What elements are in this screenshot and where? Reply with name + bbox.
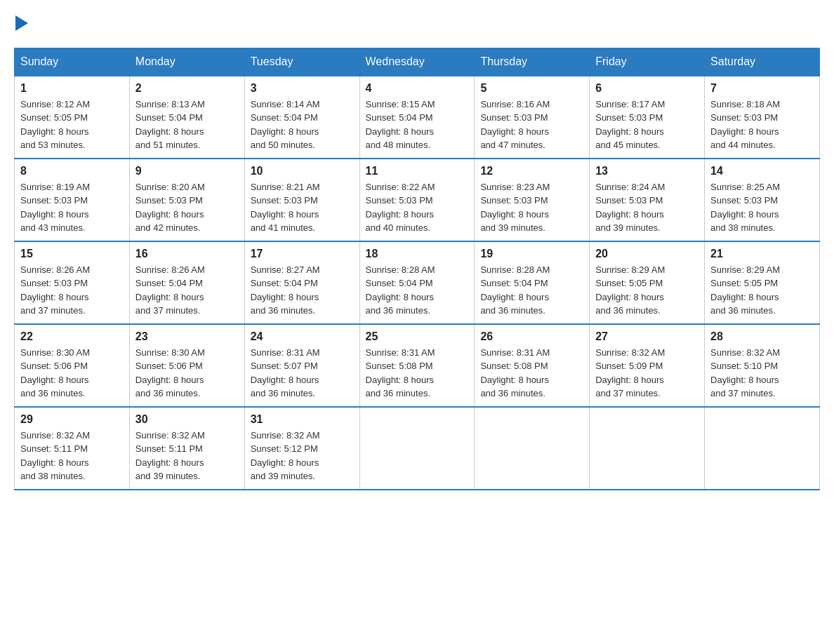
calendar-table: SundayMondayTuesdayWednesdayThursdayFrid… xyxy=(14,48,820,490)
calendar-cell: 13 Sunrise: 8:24 AM Sunset: 5:03 PM Dayl… xyxy=(590,159,705,241)
day-info: Sunrise: 8:28 AM Sunset: 5:04 PM Dayligh… xyxy=(480,263,583,318)
day-number: 26 xyxy=(480,330,583,343)
day-info: Sunrise: 8:23 AM Sunset: 5:03 PM Dayligh… xyxy=(480,180,583,235)
day-number: 27 xyxy=(595,330,699,343)
day-number: 24 xyxy=(251,330,354,343)
day-info: Sunrise: 8:26 AM Sunset: 5:04 PM Dayligh… xyxy=(135,263,239,318)
day-info: Sunrise: 8:32 AM Sunset: 5:10 PM Dayligh… xyxy=(710,346,814,401)
day-number: 22 xyxy=(20,330,124,343)
svg-marker-0 xyxy=(15,15,28,31)
day-info: Sunrise: 8:32 AM Sunset: 5:12 PM Dayligh… xyxy=(251,429,354,483)
calendar-cell: 30 Sunrise: 8:32 AM Sunset: 5:11 PM Dayl… xyxy=(129,407,244,490)
day-number: 1 xyxy=(20,82,124,95)
day-number: 17 xyxy=(251,248,354,260)
calendar-cell: 5 Sunrise: 8:16 AM Sunset: 5:03 PM Dayli… xyxy=(475,76,590,159)
calendar-week-1: 1 Sunrise: 8:12 AM Sunset: 5:05 PM Dayli… xyxy=(15,76,820,159)
day-number: 9 xyxy=(135,165,239,177)
day-info: Sunrise: 8:31 AM Sunset: 5:08 PM Dayligh… xyxy=(366,346,469,401)
day-info: Sunrise: 8:22 AM Sunset: 5:03 PM Dayligh… xyxy=(366,180,469,235)
calendar-cell: 17 Sunrise: 8:27 AM Sunset: 5:04 PM Dayl… xyxy=(244,241,359,324)
day-number: 4 xyxy=(366,82,469,95)
day-number: 21 xyxy=(710,248,814,260)
calendar-cell: 29 Sunrise: 8:32 AM Sunset: 5:11 PM Dayl… xyxy=(15,407,130,490)
calendar-cell: 28 Sunrise: 8:32 AM Sunset: 5:10 PM Dayl… xyxy=(705,324,820,407)
day-number: 16 xyxy=(135,248,239,260)
day-number: 23 xyxy=(135,330,239,343)
calendar-cell: 14 Sunrise: 8:25 AM Sunset: 5:03 PM Dayl… xyxy=(705,159,820,241)
calendar-cell: 12 Sunrise: 8:23 AM Sunset: 5:03 PM Dayl… xyxy=(475,159,590,241)
day-number: 2 xyxy=(135,82,239,95)
day-info: Sunrise: 8:16 AM Sunset: 5:03 PM Dayligh… xyxy=(480,98,583,152)
header-tuesday: Tuesday xyxy=(244,48,359,76)
calendar-week-2: 8 Sunrise: 8:19 AM Sunset: 5:03 PM Dayli… xyxy=(15,159,820,241)
calendar-cell: 3 Sunrise: 8:14 AM Sunset: 5:04 PM Dayli… xyxy=(244,76,359,159)
day-number: 10 xyxy=(251,165,354,177)
calendar-header-row: SundayMondayTuesdayWednesdayThursdayFrid… xyxy=(15,48,820,76)
calendar-cell: 26 Sunrise: 8:31 AM Sunset: 5:08 PM Dayl… xyxy=(475,324,590,407)
calendar-week-5: 29 Sunrise: 8:32 AM Sunset: 5:11 PM Dayl… xyxy=(15,407,820,490)
day-info: Sunrise: 8:24 AM Sunset: 5:03 PM Dayligh… xyxy=(595,180,699,235)
day-number: 3 xyxy=(251,82,354,95)
day-number: 28 xyxy=(710,330,814,343)
calendar-cell: 9 Sunrise: 8:20 AM Sunset: 5:03 PM Dayli… xyxy=(129,159,244,241)
logo-arrow-icon xyxy=(15,15,28,31)
calendar-cell: 25 Sunrise: 8:31 AM Sunset: 5:08 PM Dayl… xyxy=(359,324,475,407)
day-info: Sunrise: 8:27 AM Sunset: 5:04 PM Dayligh… xyxy=(251,263,354,318)
day-info: Sunrise: 8:14 AM Sunset: 5:04 PM Dayligh… xyxy=(251,98,354,152)
day-info: Sunrise: 8:13 AM Sunset: 5:04 PM Dayligh… xyxy=(135,98,239,152)
calendar-cell: 22 Sunrise: 8:30 AM Sunset: 5:06 PM Dayl… xyxy=(15,324,130,407)
day-info: Sunrise: 8:29 AM Sunset: 5:05 PM Dayligh… xyxy=(710,263,814,318)
day-number: 19 xyxy=(480,248,583,260)
day-number: 7 xyxy=(710,82,814,95)
day-info: Sunrise: 8:32 AM Sunset: 5:09 PM Dayligh… xyxy=(595,346,699,401)
day-number: 20 xyxy=(595,248,699,260)
calendar-cell: 10 Sunrise: 8:21 AM Sunset: 5:03 PM Dayl… xyxy=(244,159,359,241)
header-thursday: Thursday xyxy=(475,48,590,76)
day-number: 11 xyxy=(366,165,469,177)
header-wednesday: Wednesday xyxy=(359,48,475,76)
day-number: 29 xyxy=(20,413,124,426)
day-info: Sunrise: 8:20 AM Sunset: 5:03 PM Dayligh… xyxy=(135,180,239,235)
calendar-cell: 4 Sunrise: 8:15 AM Sunset: 5:04 PM Dayli… xyxy=(359,76,475,159)
day-info: Sunrise: 8:26 AM Sunset: 5:03 PM Dayligh… xyxy=(20,263,124,318)
page-header xyxy=(14,14,820,34)
day-info: Sunrise: 8:25 AM Sunset: 5:03 PM Dayligh… xyxy=(710,180,814,235)
day-info: Sunrise: 8:21 AM Sunset: 5:03 PM Dayligh… xyxy=(251,180,354,235)
day-number: 5 xyxy=(480,82,583,95)
day-info: Sunrise: 8:30 AM Sunset: 5:06 PM Dayligh… xyxy=(20,346,124,401)
calendar-cell: 7 Sunrise: 8:18 AM Sunset: 5:03 PM Dayli… xyxy=(705,76,820,159)
day-number: 12 xyxy=(480,165,583,177)
day-number: 25 xyxy=(366,330,469,343)
calendar-cell xyxy=(590,407,705,490)
calendar-week-4: 22 Sunrise: 8:30 AM Sunset: 5:06 PM Dayl… xyxy=(15,324,820,407)
day-info: Sunrise: 8:28 AM Sunset: 5:04 PM Dayligh… xyxy=(366,263,469,318)
calendar-cell: 19 Sunrise: 8:28 AM Sunset: 5:04 PM Dayl… xyxy=(475,241,590,324)
calendar-cell xyxy=(359,407,475,490)
calendar-cell: 1 Sunrise: 8:12 AM Sunset: 5:05 PM Dayli… xyxy=(15,76,130,159)
logo xyxy=(14,14,28,34)
day-info: Sunrise: 8:29 AM Sunset: 5:05 PM Dayligh… xyxy=(595,263,699,318)
calendar-cell: 15 Sunrise: 8:26 AM Sunset: 5:03 PM Dayl… xyxy=(15,241,130,324)
calendar-cell: 6 Sunrise: 8:17 AM Sunset: 5:03 PM Dayli… xyxy=(590,76,705,159)
calendar-cell: 24 Sunrise: 8:31 AM Sunset: 5:07 PM Dayl… xyxy=(244,324,359,407)
day-number: 14 xyxy=(710,165,814,177)
calendar-cell: 2 Sunrise: 8:13 AM Sunset: 5:04 PM Dayli… xyxy=(129,76,244,159)
day-info: Sunrise: 8:32 AM Sunset: 5:11 PM Dayligh… xyxy=(135,429,239,483)
day-info: Sunrise: 8:31 AM Sunset: 5:08 PM Dayligh… xyxy=(480,346,583,401)
day-info: Sunrise: 8:15 AM Sunset: 5:04 PM Dayligh… xyxy=(366,98,469,152)
calendar-cell: 8 Sunrise: 8:19 AM Sunset: 5:03 PM Dayli… xyxy=(15,159,130,241)
header-sunday: Sunday xyxy=(15,48,130,76)
calendar-cell: 31 Sunrise: 8:32 AM Sunset: 5:12 PM Dayl… xyxy=(244,407,359,490)
day-number: 30 xyxy=(135,413,239,426)
day-info: Sunrise: 8:18 AM Sunset: 5:03 PM Dayligh… xyxy=(710,98,814,152)
day-info: Sunrise: 8:19 AM Sunset: 5:03 PM Dayligh… xyxy=(20,180,124,235)
day-number: 31 xyxy=(251,413,354,426)
calendar-cell: 11 Sunrise: 8:22 AM Sunset: 5:03 PM Dayl… xyxy=(359,159,475,241)
day-info: Sunrise: 8:17 AM Sunset: 5:03 PM Dayligh… xyxy=(595,98,699,152)
day-info: Sunrise: 8:31 AM Sunset: 5:07 PM Dayligh… xyxy=(251,346,354,401)
calendar-week-3: 15 Sunrise: 8:26 AM Sunset: 5:03 PM Dayl… xyxy=(15,241,820,324)
calendar-cell xyxy=(475,407,590,490)
day-number: 18 xyxy=(366,248,469,260)
calendar-cell: 16 Sunrise: 8:26 AM Sunset: 5:04 PM Dayl… xyxy=(129,241,244,324)
calendar-cell: 20 Sunrise: 8:29 AM Sunset: 5:05 PM Dayl… xyxy=(590,241,705,324)
